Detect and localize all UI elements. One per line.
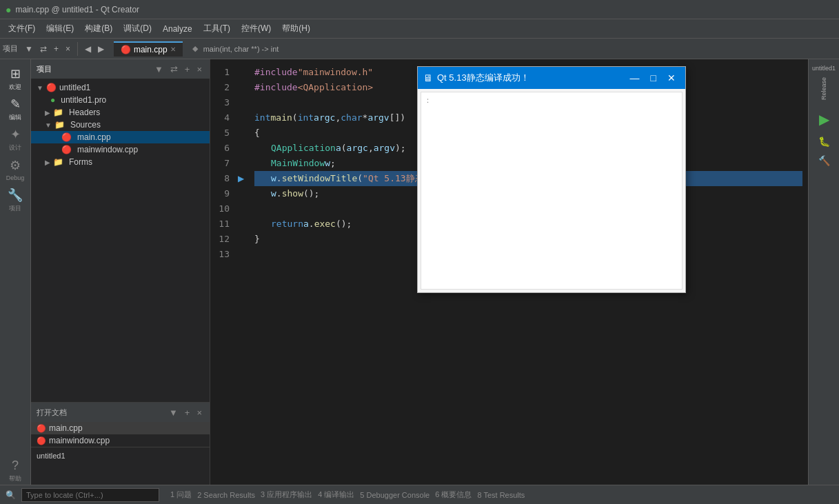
status-problems[interactable]: 1 问题 (170, 490, 192, 500)
sidebar-close-btn[interactable]: × (194, 63, 204, 75)
activity-project[interactable]: 🔧 项目 (1, 186, 29, 214)
sidebar-add-btn[interactable]: + (183, 63, 192, 75)
float-maximize-btn[interactable]: □ (647, 71, 660, 85)
menu-edit[interactable]: 编辑(E) (41, 20, 79, 37)
tree-item-forms[interactable]: ▶ 📁 Forms (31, 156, 210, 168)
activity-welcome[interactable]: ⊞ 欢迎 (1, 65, 29, 92)
cn-qapp: QApplication (271, 141, 336, 156)
open-doc-main-cpp[interactable]: 🔴 main.cpp (31, 422, 210, 434)
tab-close-icon[interactable]: ✕ (170, 46, 176, 53)
sidebar-title: 项目 (37, 64, 52, 74)
toolbar-back-btn[interactable]: ◀ (82, 43, 94, 55)
kw-int: int (254, 110, 270, 125)
tree-item-mainwindow-cpp[interactable]: 🔴 mainwindow.cpp (31, 143, 210, 156)
float-window-icon: 🖥 (423, 72, 433, 83)
toolbar-add-btn[interactable]: + (51, 43, 61, 55)
tree-item-main-cpp[interactable]: 🔴 main.cpp (31, 131, 210, 143)
kw-char: char (341, 110, 362, 125)
title-bar: ● main.cpp @ untitled1 - Qt Creator (0, 0, 839, 19)
status-search[interactable]: 2 Search Results (197, 491, 255, 499)
status-overview[interactable]: 6 概要信息 (435, 490, 472, 500)
chevron-right-forms-icon: ▶ (45, 159, 50, 166)
activity-bar: ⊞ 欢迎 ✎ 编辑 ✦ 设计 ⚙ Debug 🔧 项目 (0, 59, 31, 485)
toolbar-forward-btn[interactable]: ▶ (95, 43, 107, 55)
chevron-right-icon: ▶ (45, 109, 50, 117)
breadcrumb-function: main(int, char **) -> int (203, 45, 279, 53)
open-doc-mainwindow-label: mainwindow.cpp (49, 436, 110, 445)
run-project-label: untitled1 (812, 65, 836, 72)
edit-icon: ✎ (10, 97, 21, 112)
run-button[interactable]: ▶ (816, 108, 832, 130)
toolbar-label: 项目 (3, 43, 18, 54)
build-button[interactable]: 🔨 (816, 152, 833, 169)
menu-file[interactable]: 文件(F) (3, 20, 41, 37)
brace-close: } (254, 232, 260, 247)
sidebar-actions: ▼ ⇄ + × (152, 63, 204, 75)
tab-bar: 🔴 main.cpp ✕ ◆ main(int, char **) -> int (114, 41, 836, 57)
activity-help-label: 帮助 (9, 474, 21, 483)
open-doc-mainwindow-cpp[interactable]: 🔴 mainwindow.cpp (31, 434, 210, 447)
cpp-file-icon: 🔴 (121, 45, 131, 54)
right-run-bar: untitled1 Release ▶ 🐛 🔨 (808, 59, 839, 485)
status-test[interactable]: 8 Test Results (477, 491, 525, 499)
open-docs-add-btn[interactable]: + (183, 407, 192, 419)
tree-item-untitled1[interactable]: ▼ 🔴 untitled1 (31, 81, 210, 94)
main-cpp-icon: 🔴 (61, 132, 72, 142)
status-debugger[interactable]: 5 Debugger Console (360, 491, 429, 499)
toolbar-filter-btn[interactable]: ▼ (22, 43, 36, 55)
float-window-inner: ： (421, 92, 683, 290)
content-area: ⊞ 欢迎 ✎ 编辑 ✦ 设计 ⚙ Debug 🔧 项目 (0, 59, 839, 485)
menu-controls[interactable]: 控件(W) (236, 20, 276, 37)
toolbar: 项目 ▼ ⇄ + × ◀ ▶ 🔴 main.cpp ✕ ◆ main(int, … (0, 39, 839, 59)
menu-build[interactable]: 构建(B) (79, 20, 118, 37)
sidebar-link-btn[interactable]: ⇄ (168, 63, 180, 75)
activity-design[interactable]: ✦ 设计 (1, 125, 29, 153)
float-window[interactable]: 🖥 Qt 5.13静态编译成功！ — □ ✕ ： (417, 66, 686, 293)
activity-debug[interactable]: ⚙ Debug (1, 156, 29, 183)
line-numbers: 1 2 3 4 5 6 7 8 9 10 11 12 13 (210, 59, 238, 485)
menu-analyze[interactable]: Analyze (157, 21, 198, 37)
open-docs-filter-btn[interactable]: ▼ (167, 407, 180, 419)
punc-6d: ); (395, 141, 406, 156)
toolbar-close-btn[interactable]: × (63, 43, 73, 55)
sidebar-filter-btn[interactable]: ▼ (152, 63, 165, 75)
arrow-column: ▶ (238, 59, 249, 485)
status-compile-output[interactable]: 4 编译输出 (318, 490, 354, 500)
menu-help[interactable]: 帮助(H) (276, 20, 316, 37)
tree-item-untitled1-pro[interactable]: ● untitled1.pro (31, 94, 210, 106)
open-docs-close-btn[interactable]: × (194, 407, 204, 419)
tree-item-headers[interactable]: ▶ 📁 Headers (31, 106, 210, 119)
debug-run-button[interactable]: 🐛 (816, 133, 833, 150)
float-inner-label: ： (421, 92, 682, 108)
nm-a2: a (303, 216, 309, 232)
menu-tools[interactable]: 工具(T) (198, 20, 236, 37)
tab-main-cpp[interactable]: 🔴 main.cpp ✕ (114, 41, 183, 57)
activity-edit[interactable]: ✎ 编辑 (1, 95, 29, 123)
pro-file-icon: ● (50, 95, 55, 105)
fn-show: show (282, 186, 303, 201)
bottom-bar: 🔍 1 问题 2 Search Results 3 应用程序输出 4 编译输出 … (0, 485, 839, 504)
star: * (363, 110, 368, 125)
tree-item-sources[interactable]: ▼ 📁 Sources (31, 119, 210, 131)
status-app-output[interactable]: 3 应用程序输出 (261, 490, 312, 500)
forms-folder-icon: 📁 (53, 157, 63, 167)
float-minimize-btn[interactable]: — (626, 71, 644, 85)
inc-qapp: <QApplication> (298, 80, 374, 95)
activity-help[interactable]: ? 帮助 (1, 457, 29, 485)
tree-label-pro: untitled1.pro (61, 95, 106, 105)
toolbar-sync-btn[interactable]: ⇄ (37, 43, 50, 55)
tree-label-headers: Headers (69, 108, 100, 117)
paren-open: ( (292, 110, 298, 125)
editor: 1 2 3 4 5 6 7 8 9 10 11 12 13 (210, 59, 808, 485)
punc-7b: ; (330, 156, 336, 171)
open-doc-main-cpp-icon: 🔴 (37, 424, 46, 433)
float-close-btn[interactable]: ✕ (663, 71, 680, 85)
float-window-title: Qt 5.13静态编译成功！ (437, 72, 529, 84)
chevron-down-sources-icon: ▼ (45, 121, 52, 129)
float-titlebar[interactable]: 🖥 Qt 5.13静态编译成功！ — □ ✕ (418, 67, 685, 89)
brace-open: { (254, 125, 260, 141)
menu-debug[interactable]: 调试(D) (118, 20, 157, 37)
activity-welcome-label: 欢迎 (9, 83, 21, 92)
search-input[interactable] (21, 488, 159, 502)
left-panel: ⊞ 欢迎 ✎ 编辑 ✦ 设计 ⚙ Debug 🔧 项目 (0, 59, 210, 485)
